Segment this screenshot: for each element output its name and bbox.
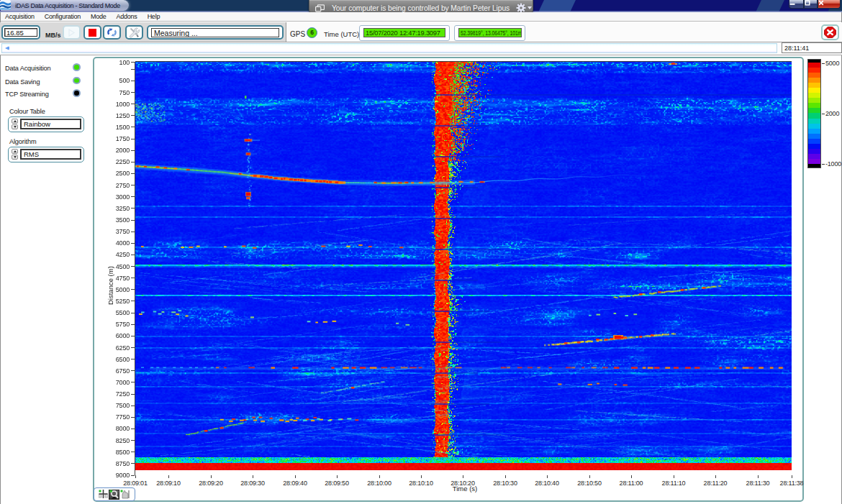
indicator-label-data-acquisition: Data Acquisition <box>5 65 50 72</box>
main-panel: Data AcquisitionData SavingTCP Streaming… <box>0 0 842 504</box>
color-scale-step <box>808 164 820 168</box>
x-axis-title: Time (s) <box>443 485 486 492</box>
y-axis-line <box>135 62 135 475</box>
y-tick-label: 2000 <box>105 147 130 154</box>
y-tick-label: 1000 <box>105 101 130 108</box>
zoom-tool-button[interactable] <box>109 490 119 500</box>
y-tick-label: 4000 <box>105 239 130 247</box>
x-tick-label: 28:09:40 <box>275 480 315 487</box>
y-tick <box>131 266 135 267</box>
color-scale-tick-label: 5000 <box>825 60 839 67</box>
x-tick-label: 28:10:00 <box>359 480 399 487</box>
x-tick <box>463 475 463 478</box>
color-scale-tick-label: -1000 <box>825 160 841 168</box>
x-tick-label: 28:11:38 <box>771 480 812 487</box>
x-tick <box>295 475 296 478</box>
y-tick <box>131 127 135 127</box>
y-tick-label: 2750 <box>105 182 130 189</box>
color-scale-tick <box>822 164 825 165</box>
x-tick <box>211 475 212 478</box>
waterfall-intensity-graph[interactable] <box>135 61 792 470</box>
algorithm-selector-increment-button[interactable] <box>12 149 18 154</box>
x-tick-label: 28:10:40 <box>527 480 567 487</box>
algorithm-selector-value[interactable]: RMS <box>20 149 81 160</box>
x-tick <box>547 475 548 478</box>
color-scale-step <box>808 119 820 124</box>
x-tick-label: 28:09:50 <box>317 480 357 487</box>
y-tick <box>131 313 135 313</box>
y-tick <box>131 162 135 162</box>
y-tick-label: 3750 <box>105 228 130 235</box>
y-tick <box>131 406 135 406</box>
y-tick-label: 8000 <box>105 425 130 432</box>
y-tick-label: 750 <box>105 89 130 96</box>
y-tick-label: 7250 <box>105 390 130 398</box>
y-tick-label: 3500 <box>105 216 130 224</box>
y-tick <box>131 173 135 174</box>
y-tick <box>131 104 135 104</box>
color-scale-step <box>808 63 820 68</box>
y-tick-label: 8750 <box>105 460 130 467</box>
algorithm-selector-decrement-button[interactable] <box>12 155 18 160</box>
y-tick-label: 4250 <box>105 251 130 258</box>
x-tick <box>589 475 590 478</box>
led-data-acquisition <box>73 63 81 71</box>
colour-table-selector-decrement-button[interactable] <box>12 124 18 129</box>
x-tick-label: 28:11:20 <box>695 480 735 487</box>
y-tick-label: 1250 <box>105 112 130 119</box>
x-tick <box>168 475 169 478</box>
y-tick-label: 1750 <box>105 135 130 142</box>
y-tick <box>131 359 135 359</box>
colour-table-selector-value[interactable]: Rainbow <box>20 119 81 129</box>
y-tick-label: 500 <box>105 77 130 84</box>
y-tick <box>131 69 135 70</box>
y-tick <box>131 139 135 139</box>
y-tick <box>131 243 135 244</box>
y-tick <box>131 208 135 209</box>
color-scale-step <box>808 144 820 149</box>
y-tick-label: 5500 <box>105 309 130 316</box>
hand-tool-icon <box>120 490 130 499</box>
y-tick-label: 7000 <box>105 379 130 386</box>
cursor-tool-button[interactable] <box>98 490 109 500</box>
x-tick <box>379 475 380 478</box>
y-tick-label: 8250 <box>105 437 130 444</box>
color-scale-step <box>808 98 820 103</box>
y-tick <box>131 81 135 81</box>
color-scale-step <box>808 149 820 154</box>
color-scale-step <box>808 124 820 129</box>
color-scale-step <box>808 88 820 93</box>
colour-table-selector-increment-button[interactable] <box>12 119 18 124</box>
x-tick <box>253 475 253 478</box>
x-tick <box>792 475 792 478</box>
color-scale-step <box>808 93 820 98</box>
x-tick-label: 28:11:10 <box>653 480 694 487</box>
y-tick <box>131 232 135 232</box>
x-tick <box>715 475 716 478</box>
crosshair-tool-icon <box>99 490 108 499</box>
y-tick-label: 6500 <box>105 356 130 363</box>
y-tick <box>131 440 135 441</box>
y-tick <box>131 150 135 151</box>
x-tick <box>758 475 759 478</box>
color-scale-step <box>808 83 820 88</box>
y-tick <box>131 452 135 452</box>
y-tick <box>131 475 135 476</box>
pan-tool-button[interactable] <box>119 490 130 500</box>
led-tcp-streaming <box>73 89 81 97</box>
y-tick <box>131 347 135 348</box>
y-tick <box>131 324 135 325</box>
y-tick <box>131 463 135 464</box>
x-tick <box>674 475 674 478</box>
x-tick <box>505 475 506 478</box>
x-tick <box>631 475 632 478</box>
color-scale-step <box>808 108 820 113</box>
y-tick <box>131 115 135 116</box>
y-tick-label: 7750 <box>105 413 130 421</box>
color-scale-step <box>808 129 820 134</box>
color-scale-step <box>808 113 820 118</box>
color-scale[interactable] <box>807 59 821 168</box>
y-tick-label: 6750 <box>105 367 130 375</box>
x-tick-label: 28:10:10 <box>401 480 441 487</box>
color-scale-step <box>808 78 820 83</box>
